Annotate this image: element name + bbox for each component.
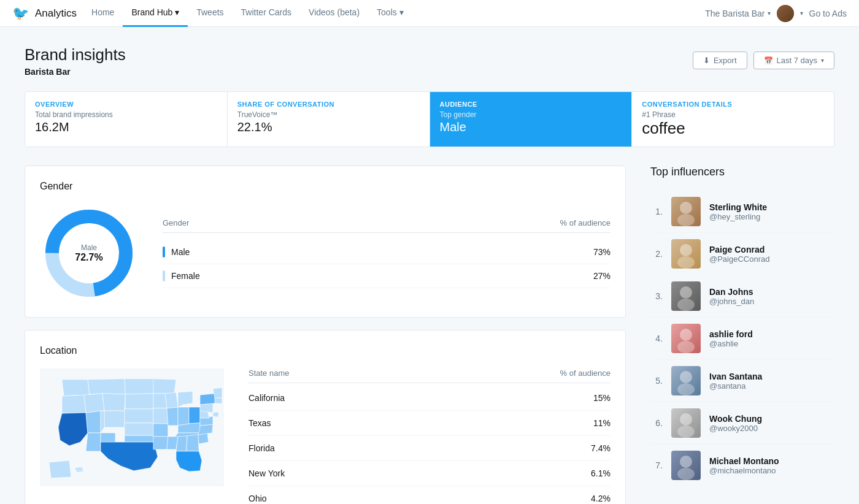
nav-twitter-cards[interactable]: Twitter Cards: [233, 0, 300, 27]
state-nd: [125, 379, 154, 394]
influencer-rank-6: 7.: [650, 460, 663, 470]
export-label: Export: [714, 56, 737, 65]
date-range-label: Last 7 days: [777, 56, 818, 65]
donut-label: Male 72.7%: [75, 243, 102, 263]
influencer-handle-2: @johns_dan: [709, 297, 834, 306]
export-button[interactable]: Export: [693, 52, 747, 69]
location-section: Location: [25, 330, 626, 504]
state-co: [104, 411, 125, 427]
state-name-1: Texas: [248, 418, 271, 428]
male-pct: 73%: [593, 247, 611, 257]
nav-links: Home Brand Hub ▾ Tweets Twitter Cards Vi…: [83, 0, 412, 27]
svg-point-8: [677, 256, 695, 269]
svg-point-12: [677, 341, 695, 353]
state-ma: [215, 398, 222, 403]
svg-point-3: [77, 469, 80, 472]
go-to-ads-link[interactable]: Go to Ads: [809, 9, 847, 18]
influencer-item-0[interactable]: 1. Sterling White @hey_sterling: [650, 191, 834, 233]
state-al: [176, 436, 187, 451]
influencer-info-3: ashlie ford @ashlie: [709, 329, 834, 348]
female-color: [163, 270, 165, 281]
influencer-item-4[interactable]: 5. Ivan Santana @santana: [650, 360, 834, 402]
influencer-item-6[interactable]: 7. Michael Montano @michaelmontano: [650, 445, 834, 486]
tab-audience[interactable]: AUDIENCE Top gender Male: [430, 92, 633, 147]
location-row-4: Ohio 4.2%: [248, 486, 611, 504]
page-title: Brand insights: [25, 45, 126, 64]
influencer-info-6: Michael Montano @michaelmontano: [709, 456, 834, 475]
influencer-handle-1: @PaigeCConrad: [709, 254, 834, 264]
tab-share-sub: TrueVoice™: [237, 110, 420, 119]
gender-table-header: Gender % of audience: [163, 218, 611, 233]
state-oh: [189, 407, 200, 424]
tab-overview[interactable]: OVERVIEW Total brand impressions 16.2M: [25, 92, 228, 147]
state-wi: [165, 392, 178, 408]
twitter-logo: 🐦: [12, 6, 29, 21]
user-avatar[interactable]: [777, 5, 794, 22]
state-ks: [125, 423, 153, 435]
influencers-title: Top influencers: [650, 166, 834, 178]
usa-map-svg: [40, 368, 224, 486]
state-pct-4: 4.2%: [591, 494, 611, 503]
state-nv: [86, 411, 101, 433]
state-sd: [125, 394, 153, 409]
gender-col2-header: % of audience: [560, 218, 611, 227]
influencer-handle-5: @wooky2000: [709, 424, 834, 433]
state-ga: [187, 435, 199, 451]
nav-videos[interactable]: Videos (beta): [300, 0, 368, 27]
state-wa: [62, 380, 90, 396]
svg-point-17: [680, 456, 692, 468]
gender-row-female: Female 27%: [163, 264, 611, 288]
influencer-item-5[interactable]: 6. Wook Chung @wooky2000: [650, 402, 834, 445]
state-la: [153, 437, 168, 449]
avatar-caret: ▾: [800, 10, 803, 17]
male-label: Male: [171, 247, 593, 257]
influencer-avatar-4: [671, 366, 701, 395]
date-range-button[interactable]: Last 7 days ▾: [753, 52, 835, 69]
tab-conversation[interactable]: CONVERSATION DETAILS #1 Phrase coffee: [632, 92, 834, 147]
tab-overview-sub: Total brand impressions: [35, 110, 217, 119]
svg-point-10: [677, 299, 695, 311]
state-az: [86, 433, 101, 451]
tab-overview-label: OVERVIEW: [35, 101, 217, 108]
svg-point-9: [680, 286, 692, 299]
tab-share-label: SHARE OF CONVERSATION: [237, 101, 420, 108]
influencer-avatar-2: [671, 281, 701, 311]
influencer-info-1: Paige Conrad @PaigeCConrad: [709, 245, 834, 264]
influencer-avatar-1: [671, 239, 701, 269]
account-selector[interactable]: The Barista Bar ▾: [705, 9, 770, 18]
nav-tweets[interactable]: Tweets: [188, 0, 232, 27]
svg-point-16: [677, 426, 695, 438]
tab-conversation-sub: #1 Phrase: [642, 110, 824, 119]
nav-brand-hub[interactable]: Brand Hub ▾: [123, 0, 188, 27]
state-mo: [153, 408, 168, 424]
location-row-2: Florida 7.4%: [248, 436, 611, 461]
influencer-handle-6: @michaelmontano: [709, 466, 834, 475]
state-nj: [213, 412, 218, 417]
influencer-info-5: Wook Chung @wooky2000: [709, 414, 834, 433]
influencer-handle-3: @ashlie: [709, 339, 834, 348]
influencer-item-1[interactable]: 2. Paige Conrad @PaigeCConrad: [650, 233, 834, 275]
nav-right: The Barista Bar ▾ ▾ Go to Ads: [705, 5, 847, 22]
location-content: State name % of audience California 15% …: [40, 368, 611, 504]
header-actions: Export Last 7 days ▾: [693, 52, 834, 69]
tab-overview-value: 16.2M: [35, 120, 217, 134]
export-icon: [703, 56, 710, 65]
influencer-name-4: Ivan Santana: [709, 372, 834, 381]
svg-point-15: [680, 413, 692, 426]
tab-share[interactable]: SHARE OF CONVERSATION TrueVoice™ 22.1%: [228, 92, 430, 147]
state-mt: [88, 379, 125, 394]
nav-home[interactable]: Home: [83, 0, 123, 27]
svg-point-11: [680, 329, 692, 341]
svg-point-4: [81, 468, 83, 471]
influencer-handle-0: @hey_sterling: [709, 212, 834, 221]
tab-conversation-value: coffee: [642, 119, 824, 138]
state-pct-3: 6.1%: [591, 468, 611, 478]
influencer-item-3[interactable]: 4. ashlie ford @ashlie: [650, 318, 834, 360]
nav-tools[interactable]: Tools ▾: [368, 0, 412, 27]
state-ms: [167, 437, 178, 449]
brand-tabs: OVERVIEW Total brand impressions 16.2M S…: [25, 91, 834, 147]
influencer-item-2[interactable]: 3. Dan Johns @johns_dan: [650, 275, 834, 318]
influencer-rank-2: 3.: [650, 291, 663, 301]
female-label: Female: [171, 271, 593, 281]
influencer-name-1: Paige Conrad: [709, 245, 834, 254]
